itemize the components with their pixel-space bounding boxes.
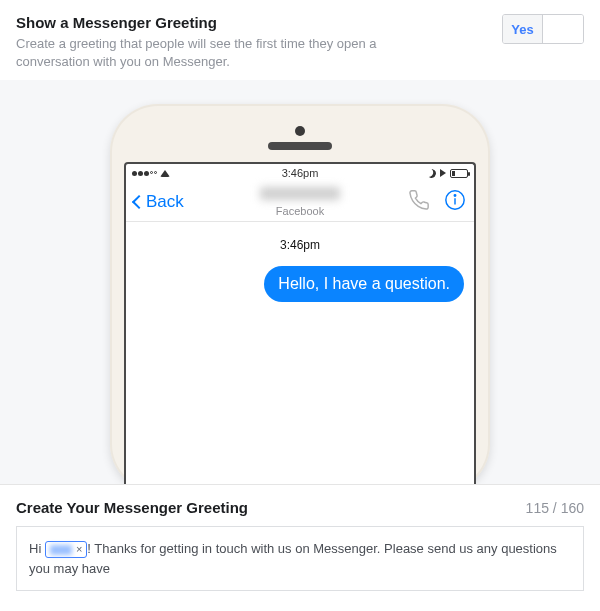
settings-header: Show a Messenger Greeting Create a greet… [0, 0, 600, 80]
back-label: Back [146, 192, 184, 212]
greeting-editor-section: Create Your Messenger Greeting 115 / 160… [0, 484, 600, 607]
greeting-editor-title: Create Your Messenger Greeting [16, 499, 248, 516]
token-remove-icon[interactable]: × [76, 544, 82, 555]
setting-description: Create a greeting that people will see t… [16, 35, 436, 70]
status-time: 3:46pm [126, 167, 474, 179]
phone-mockup: 3:46pm Back Facebook [110, 104, 490, 484]
setting-title: Show a Messenger Greeting [16, 14, 584, 31]
toggle-no[interactable] [543, 15, 583, 43]
svg-point-2 [454, 194, 455, 195]
phone-preview-area: 3:46pm Back Facebook [0, 80, 600, 484]
name-token[interactable]: × [45, 541, 87, 558]
greeting-text-prefix: Hi [29, 541, 45, 556]
info-icon[interactable] [444, 189, 466, 215]
outgoing-message-bubble: Hello, I have a question. [264, 266, 464, 302]
conversation-title-redacted [260, 187, 340, 200]
phone-screen: 3:46pm Back Facebook [124, 162, 476, 484]
message-timestamp: 3:46pm [136, 238, 464, 252]
phone-speaker [268, 142, 332, 150]
toggle-yes[interactable]: Yes [503, 15, 543, 43]
call-icon[interactable] [408, 189, 430, 215]
chevron-left-icon [132, 195, 146, 209]
greeting-input[interactable]: Hi ×! Thanks for getting in touch with u… [16, 526, 584, 591]
token-value-redacted [50, 545, 72, 555]
ios-status-bar: 3:46pm [126, 164, 474, 182]
yes-no-toggle[interactable]: Yes [502, 14, 584, 44]
messenger-nav: Back Facebook [126, 182, 474, 222]
back-button[interactable]: Back [134, 192, 184, 212]
greeting-text-suffix: ! Thanks for getting in touch with us on… [29, 541, 557, 576]
battery-icon [450, 169, 468, 178]
conversation-area: 3:46pm Hello, I have a question. [126, 222, 474, 314]
char-counter: 115 / 160 [526, 500, 584, 516]
